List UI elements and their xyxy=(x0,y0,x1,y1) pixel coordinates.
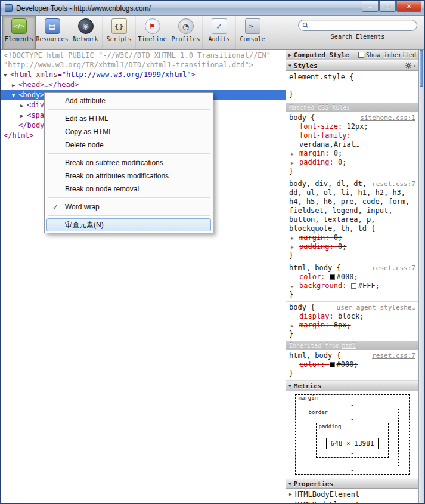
border-box[interactable]: border - - padding - - xyxy=(306,409,399,466)
menu-item[interactable]: Break on attributes modifications xyxy=(46,169,211,183)
expand-arrow-icon[interactable]: ▶ xyxy=(291,243,294,252)
tree-row[interactable]: ▼<html xmlns="http://www.w3.org/1999/xht… xyxy=(1,70,286,80)
css-property[interactable]: ▶margin: 0; xyxy=(289,149,415,158)
disclosure-arrow-icon[interactable]: ▶ xyxy=(289,502,292,503)
toolbar-tab-console[interactable]: >_Console xyxy=(236,16,269,49)
search-box[interactable] xyxy=(298,20,417,31)
vertical-scrollbar[interactable] xyxy=(418,50,424,503)
content-box[interactable]: 648 × 13981 xyxy=(326,438,379,449)
stylesheet-link[interactable]: reset.css:7 xyxy=(372,180,415,188)
css-rule: user agent styleshe…body {display: block… xyxy=(286,302,418,341)
css-property[interactable]: ▶margin: 8px; xyxy=(289,321,415,330)
expand-arrow-icon[interactable]: ▶ xyxy=(291,234,294,243)
rule-selector: html, body { xyxy=(289,264,341,272)
disclosure-arrow-icon[interactable]: ▶ xyxy=(20,101,27,110)
disclosure-arrow-icon[interactable]: ▶ xyxy=(20,111,27,120)
expanded-arrow-icon: ▼ xyxy=(288,63,291,69)
computed-style-header[interactable]: ▶ Computed Style Show inherited xyxy=(286,50,418,60)
element-style-block[interactable]: element.style { } xyxy=(286,71,418,103)
property-item[interactable]: ▶HTMLBodyElement xyxy=(286,499,418,503)
margin-right-value: - xyxy=(402,434,406,441)
menu-item[interactable]: Edit as HTML xyxy=(46,112,211,125)
border-right-value: - xyxy=(392,437,396,444)
css-rule: reset.css:7body, div, dl, dt, dd, ul, ol… xyxy=(286,178,418,262)
toolbar-tab-resources[interactable]: ▤Resources xyxy=(36,16,69,49)
stylesheet-link[interactable]: reset.css:7 xyxy=(372,351,415,360)
context-menu: Add attributeEdit as HTMLCopy as HTMLDel… xyxy=(44,92,213,233)
styles-header[interactable]: ▼ Styles ▾ xyxy=(286,60,418,71)
disclosure-arrow-icon[interactable]: ▶ xyxy=(12,81,18,90)
matched-rules-title: Matched CSS Rules xyxy=(289,104,350,111)
margin-label: margin xyxy=(298,395,318,401)
css-property[interactable]: font-size: 12px; xyxy=(289,122,415,131)
css-property[interactable]: ▶padding: 0; xyxy=(289,242,415,251)
css-property[interactable]: ▶padding: 0; xyxy=(289,158,415,167)
inherited-node-link[interactable]: html xyxy=(342,342,356,349)
toolbar-tab-timeline[interactable]: ⚑Timeline xyxy=(136,16,169,49)
menu-item[interactable]: Add attribute xyxy=(46,94,211,107)
css-rule: reset.css:7html, body {color: #000;▶back… xyxy=(286,262,418,302)
menu-separator xyxy=(48,197,210,199)
maximize-button[interactable]: □ xyxy=(379,1,396,12)
toolbar-tab-audits[interactable]: ✓Audits xyxy=(203,16,236,49)
margin-box[interactable]: margin - - border - - padding - xyxy=(295,394,409,475)
css-property[interactable]: color: #000; xyxy=(289,360,415,369)
inherited-header: Inherited from html xyxy=(286,341,418,350)
padding-box[interactable]: padding - - 648 × 13981 - xyxy=(316,423,389,458)
css-rule: sitehome.css:1body {font-size: 12px;font… xyxy=(286,112,418,178)
collapsed-arrow-icon: ▶ xyxy=(288,52,291,58)
menu-item[interactable]: Delete node xyxy=(46,138,211,151)
rule-selector: html, body { xyxy=(289,351,341,360)
properties-header[interactable]: ▼ Properties xyxy=(286,478,418,489)
toolbar-tab-profiles[interactable]: ◔Profiles xyxy=(169,16,203,49)
tree-row[interactable]: "http://www.w3.org/TR/xhtml1/DTD/xhtml1-… xyxy=(1,60,286,70)
css-property[interactable]: font-family: verdana,Arial… xyxy=(289,131,415,149)
metrics-header[interactable]: ▼ Metrics xyxy=(286,381,418,391)
minimize-button[interactable]: – xyxy=(362,1,379,12)
padding-label: padding xyxy=(319,423,342,430)
property-item[interactable]: ▶HTMLBodyElement xyxy=(286,489,418,499)
menu-item-label: 审查元素(N) xyxy=(65,221,104,229)
scrollbar-thumb[interactable] xyxy=(420,50,423,87)
app-icon xyxy=(5,4,13,12)
css-property[interactable]: ▶background: #FFF; xyxy=(289,282,415,290)
disclosure-arrow-icon[interactable]: ▼ xyxy=(12,91,18,100)
styles-options[interactable]: ▾ xyxy=(405,62,416,69)
closing-brace: } xyxy=(289,90,415,99)
tree-row[interactable]: ▶<head>…</head> xyxy=(1,80,286,90)
toolbar-tab-elements[interactable]: </>Elements xyxy=(2,16,36,49)
disclosure-arrow-icon[interactable]: ▼ xyxy=(4,70,10,80)
element-style-empty[interactable] xyxy=(289,82,415,90)
rule-selector: body { xyxy=(289,303,315,311)
expand-arrow-icon[interactable]: ▶ xyxy=(291,150,294,159)
inherited-rules: reset.css:7html, body {color: #000;} xyxy=(286,350,418,381)
stylesheet-link[interactable]: sitehome.css:1 xyxy=(360,113,415,122)
menu-item[interactable]: ✓Word wrap xyxy=(46,200,211,214)
show-inherited-checkbox[interactable] xyxy=(358,52,364,58)
devtools-window: Developer Tools - http://www.cnblogs.com… xyxy=(0,0,425,504)
menu-item[interactable]: 审查元素(N) xyxy=(46,218,211,231)
css-property[interactable]: color: #000; xyxy=(289,273,415,282)
expand-arrow-icon[interactable]: ▶ xyxy=(291,282,294,291)
border-label: border xyxy=(309,409,328,416)
disclosure-arrow-icon[interactable]: ▶ xyxy=(289,491,292,497)
search-input[interactable] xyxy=(311,22,413,29)
expand-arrow-icon[interactable]: ▶ xyxy=(291,321,294,330)
close-button[interactable]: × xyxy=(396,1,421,12)
property-item-label: HTMLBodyElement xyxy=(295,500,359,503)
title-bar[interactable]: Developer Tools - http://www.cnblogs.com… xyxy=(1,1,424,16)
css-property[interactable]: ▶margin: 0; xyxy=(289,233,415,242)
elements-panel: <!DOCTYPE html PUBLIC "-//W3C//DTD XHTML… xyxy=(1,50,286,503)
expand-arrow-icon[interactable]: ▶ xyxy=(291,159,294,168)
network-icon: ◉ xyxy=(78,18,94,34)
stylesheet-link[interactable]: reset.css:7 xyxy=(372,264,415,273)
tree-row[interactable]: <!DOCTYPE html PUBLIC "-//W3C//DTD XHTML… xyxy=(1,51,286,60)
toolbar-tab-network[interactable]: ◉Network xyxy=(69,16,103,49)
toolbar-tab-scripts[interactable]: {}Scripts xyxy=(103,16,136,49)
metrics-title: Metrics xyxy=(294,382,321,390)
menu-item[interactable]: Break on subtree modifications xyxy=(46,156,211,169)
css-property[interactable]: display: block; xyxy=(289,312,415,321)
menu-separator xyxy=(48,153,210,154)
menu-item[interactable]: Break on node removal xyxy=(46,183,211,196)
menu-item[interactable]: Copy as HTML xyxy=(46,125,211,138)
